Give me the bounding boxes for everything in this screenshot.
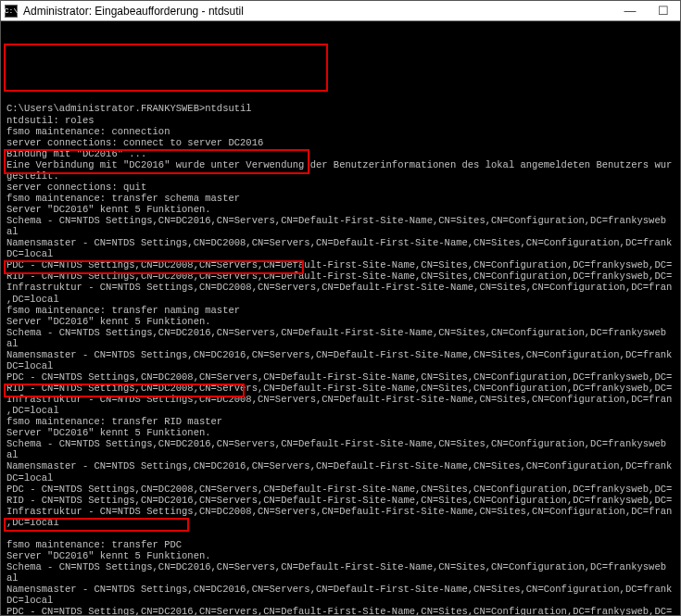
terminal-line: RID - CN=NTDS Settings,CN=DC2008,CN=Serv…	[6, 270, 675, 282]
terminal-line: fsmo maintenance: transfer schema master	[6, 193, 675, 204]
terminal-line: DC=local	[6, 472, 675, 484]
terminal-line: Namensmaster - CN=NTDS Settings,CN=DC200…	[6, 237, 675, 248]
terminal-line: DC=local	[6, 360, 675, 371]
terminal-line: Server "DC2016" kennt 5 Funktionen.	[6, 204, 675, 215]
terminal-line: Infrastruktur - CN=NTDS Settings,CN=DC20…	[6, 394, 675, 405]
terminal-line: server connections: quit	[6, 182, 675, 193]
terminal-line: Schema - CN=NTDS Settings,CN=DC2016,CN=S…	[6, 215, 675, 226]
minimize-button[interactable]: —	[617, 2, 643, 20]
terminal-line: C:\Users\administrator.FRANKYSWEB>ntdsut…	[6, 103, 675, 114]
terminal-line: Namensmaster - CN=NTDS Settings,CN=DC201…	[6, 584, 675, 595]
terminal-line: Infrastruktur - CN=NTDS Settings,CN=DC20…	[6, 506, 675, 517]
terminal-line: Namensmaster - CN=NTDS Settings,CN=DC201…	[6, 460, 675, 471]
terminal-line: ntdsutil: roles	[6, 115, 675, 126]
terminal-line: al	[6, 572, 675, 584]
terminal-line: gestellt.	[6, 170, 675, 182]
window-controls: — ☐	[617, 2, 676, 20]
terminal-line: al	[6, 226, 675, 237]
terminal-line: Bindung mit "DC2016" ...	[6, 148, 675, 159]
terminal-line: Infrastruktur - CN=NTDS Settings,CN=DC20…	[6, 282, 675, 293]
cmd-icon: C:\	[5, 5, 18, 18]
terminal-line: Server "DC2016" kennt 5 Funktionen.	[6, 427, 675, 438]
terminal-line	[6, 528, 675, 539]
terminal-line: Namensmaster - CN=NTDS Settings,CN=DC201…	[6, 349, 675, 360]
window-titlebar: C:\ Administrator: Eingabeaufforderung -…	[1, 1, 680, 21]
terminal-line: Eine Verbindung mit "DC2016" wurde unter…	[6, 159, 675, 170]
terminal-line	[6, 92, 675, 103]
highlight-box-region	[4, 44, 328, 92]
terminal-line: al	[6, 449, 675, 460]
terminal-line: fsmo maintenance: connection	[6, 126, 675, 137]
window-title: Administrator: Eingabeaufforderung - ntd…	[23, 5, 617, 18]
terminal-line: PDC - CN=NTDS Settings,CN=DC2016,CN=Serv…	[6, 606, 675, 616]
terminal-line: fsmo maintenance: transfer naming master	[6, 305, 675, 316]
terminal-output[interactable]: C:\Users\administrator.FRANKYSWEB>ntdsut…	[1, 21, 680, 616]
terminal-line: Server "DC2016" kennt 5 Funktionen.	[6, 316, 675, 327]
terminal-line: fsmo maintenance: transfer PDC	[6, 539, 675, 550]
terminal-line: DC=local	[6, 595, 675, 606]
terminal-line: RID - CN=NTDS Settings,CN=DC2016,CN=Serv…	[6, 495, 675, 506]
terminal-line: al	[6, 338, 675, 349]
terminal-line: server connections: connect to server DC…	[6, 137, 675, 148]
terminal-line: Schema - CN=NTDS Settings,CN=DC2016,CN=S…	[6, 561, 675, 572]
terminal-line: Server "DC2016" kennt 5 Funktionen.	[6, 550, 675, 561]
maximize-button[interactable]: ☐	[650, 2, 676, 20]
terminal-line: PDC - CN=NTDS Settings,CN=DC2008,CN=Serv…	[6, 484, 675, 495]
terminal-line: ,DC=local	[6, 405, 675, 416]
terminal-line: PDC - CN=NTDS Settings,CN=DC2008,CN=Serv…	[6, 259, 675, 270]
terminal-line: ,DC=local	[6, 294, 675, 305]
terminal-line: Schema - CN=NTDS Settings,CN=DC2016,CN=S…	[6, 438, 675, 449]
terminal-line: Schema - CN=NTDS Settings,CN=DC2016,CN=S…	[6, 327, 675, 338]
terminal-line: RID - CN=NTDS Settings,CN=DC2008,CN=Serv…	[6, 383, 675, 394]
terminal-line: PDC - CN=NTDS Settings,CN=DC2008,CN=Serv…	[6, 371, 675, 383]
terminal-line: fsmo maintenance: transfer RID master	[6, 416, 675, 427]
terminal-line: DC=local	[6, 248, 675, 259]
terminal-line: ,DC=local	[6, 517, 675, 528]
